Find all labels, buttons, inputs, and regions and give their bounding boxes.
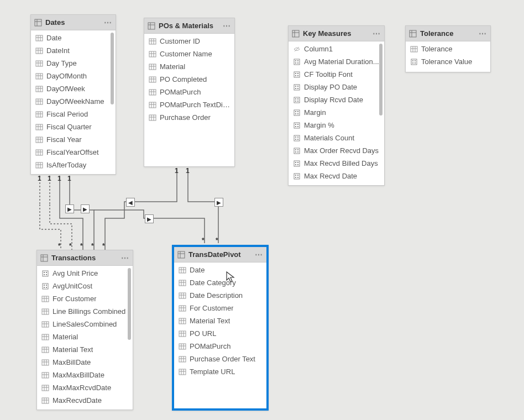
field-label: CF Tooltip Font [304,70,353,78]
svg-rect-123 [295,162,296,163]
table-card-transactions[interactable]: Transactions ⋯ Avg Unit PriceAvgUnitCost… [36,250,133,410]
field-row[interactable]: Max Recvd Billed Days [289,157,384,170]
svg-rect-85 [295,62,296,64]
table-header[interactable]: Transactions ⋯ [37,250,133,266]
field-list: DateDate CategoryDate DescriptionFor Cus… [174,262,266,379]
field-row[interactable]: LineSalesCombined [37,318,133,330]
svg-rect-83 [295,60,296,61]
field-row[interactable]: Column1 [289,43,384,55]
field-row[interactable]: POMatPurch [174,340,266,353]
field-row[interactable]: PO URL [174,327,266,340]
scrollbar[interactable] [379,44,382,116]
field-row[interactable]: Display PO Date [289,81,384,93]
field-row[interactable]: Material [37,330,133,343]
more-options-icon[interactable]: ⋯ [370,29,381,38]
field-row[interactable]: Tolerance [406,43,490,55]
field-row[interactable]: MaxRecvdDate [37,394,133,407]
svg-rect-19 [36,86,43,92]
field-row[interactable]: Max Order Recvd Days [289,144,384,157]
field-row[interactable]: MaxBillDate [37,356,133,369]
table-header[interactable]: TransDatePivot ⋯ [174,247,266,262]
more-options-icon[interactable]: ⋯ [221,22,231,30]
field-row[interactable]: DateInt [31,44,116,57]
field-list: ToleranceTolerance Value [406,41,490,69]
field-row[interactable]: Purchase Order [144,111,234,124]
field-row[interactable]: Margin % [289,119,384,132]
field-row[interactable]: Fiscal Quarter [31,120,116,133]
field-row[interactable]: IsAfterToday [31,159,116,171]
field-row[interactable]: Max Recvd Date [289,170,384,182]
svg-rect-23 [36,99,43,104]
field-row[interactable]: Fiscal Year [31,133,116,146]
field-row[interactable]: Customer Name [144,48,234,60]
field-row[interactable]: Line Billings Combined [37,305,133,318]
field-row[interactable]: Date [174,264,266,276]
field-label: Display PO Date [304,83,357,91]
field-row[interactable]: MaxMaxRcvdDate [37,381,133,394]
svg-rect-129 [297,175,298,176]
field-row[interactable]: For Customer [37,292,133,305]
table-card-pos-materials[interactable]: POs & Materials ⋯ Customer IDCustomer Na… [144,18,235,167]
column-icon [41,333,49,341]
field-row[interactable]: Date Description [174,289,266,302]
table-header[interactable]: Tolerance ⋯ [406,26,490,41]
field-list: Avg Unit PriceAvgUnitCostFor CustomerLin… [37,266,133,408]
svg-rect-84 [297,60,298,61]
svg-rect-120 [295,151,296,153]
field-row[interactable]: FiscalYearOffset [31,146,116,159]
field-row[interactable]: Template URL [174,365,266,378]
table-header[interactable]: Key Measures ⋯ [289,26,384,41]
field-row[interactable]: Avg Material Duration... [289,55,384,68]
field-row[interactable]: POMatPurch [144,86,234,98]
column-icon [149,63,156,71]
more-options-icon[interactable]: ⋯ [102,18,112,27]
svg-rect-152 [43,284,48,289]
field-row[interactable]: Day Type [31,57,116,70]
field-row[interactable]: POMatPurch TextDisp [144,98,234,111]
table-card-dates[interactable]: Dates ⋯ DateDateIntDay TypeDayOfMonthDay… [30,14,116,175]
measure-icon [410,58,418,66]
field-row[interactable]: MaxMaxBillDate [37,369,133,381]
field-label: Margin [304,108,326,117]
field-row[interactable]: PO Completed [144,73,234,86]
field-row[interactable]: Tolerance Value [406,55,490,68]
cardinality-many: * [58,242,61,250]
field-row[interactable]: Material Text [174,314,266,327]
svg-rect-70 [149,102,156,108]
field-row[interactable]: CF Tooltip Font [289,68,384,81]
field-row[interactable]: Purchase Order Text [174,353,266,365]
field-row[interactable]: Fiscal Period [31,108,116,120]
more-options-icon[interactable]: ⋯ [476,29,487,38]
field-row[interactable]: DayOfWeek [31,82,116,95]
filter-direction-icon: ▶ [145,214,154,223]
field-row[interactable]: Customer ID [144,35,234,48]
field-row[interactable]: For Customer [174,302,266,314]
table-header[interactable]: POs & Materials ⋯ [144,18,234,34]
field-row[interactable]: Material Text [37,343,133,356]
field-label: Avg Unit Price [53,269,98,277]
field-row[interactable]: Display Rcvd Date [289,93,384,106]
field-row[interactable]: Date [31,32,116,44]
table-card-key-measures[interactable]: Key Measures ⋯ Column1Avg Material Durat… [288,25,385,186]
field-label: Purchase Order [160,113,211,122]
filter-direction-icon: ▶ [81,204,90,213]
field-label: MaxRecvdDate [53,396,102,405]
field-row[interactable]: Materials Count [289,132,384,144]
scrollbar[interactable] [111,33,114,104]
table-title: Key Measures [303,29,370,38]
field-row[interactable]: Avg Unit Price [37,267,133,280]
field-row[interactable]: Material [144,60,234,73]
more-options-icon[interactable]: ⋯ [253,250,263,259]
table-header[interactable]: Dates ⋯ [31,15,116,30]
scrollbar[interactable] [128,268,131,340]
field-row[interactable]: DayOfWeekName [31,95,116,108]
svg-rect-62 [149,77,156,82]
table-card-tolerance[interactable]: Tolerance ⋯ ToleranceTolerance Value [405,25,491,72]
svg-rect-39 [36,150,43,155]
more-options-icon[interactable]: ⋯ [119,254,129,262]
field-row[interactable]: DayOfMonth [31,70,116,82]
field-row[interactable]: AvgUnitCost [37,280,133,292]
field-row[interactable]: Margin [289,106,384,119]
field-row[interactable]: Date Category [174,276,266,289]
table-card-transdatepivot[interactable]: TransDatePivot ⋯ DateDate CategoryDate D… [172,245,269,411]
